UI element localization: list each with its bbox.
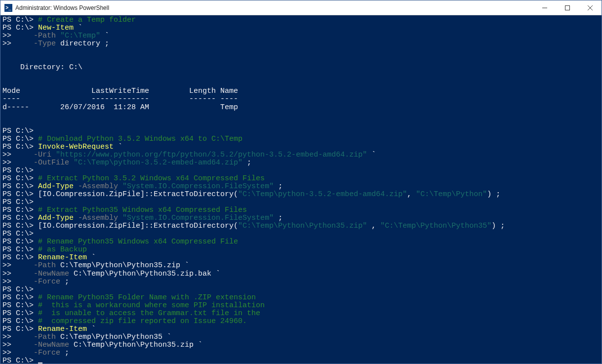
terminal-token — [118, 182, 122, 191]
terminal-token: ` — [74, 24, 82, 32]
titlebar[interactable]: >_ Administrator: Windows PowerShell — [0, 0, 602, 15]
terminal-line: PS C:\> # Download Python 3.5.2 Windows … — [2, 135, 600, 143]
terminal-token: PS C:\> — [2, 198, 34, 206]
terminal-token: PS C:\> — [2, 309, 38, 318]
terminal-token: # this is a workaround where some PIP in… — [38, 301, 265, 310]
terminal-line — [2, 112, 600, 120]
terminal-token: ; — [60, 349, 69, 357]
terminal-line: PS C:\> New-Item ` — [2, 24, 600, 32]
terminal-token: -Path — [34, 261, 56, 270]
terminal-line — [2, 48, 600, 56]
terminal-token: , — [407, 190, 416, 199]
maximize-button[interactable] — [556, 0, 579, 15]
terminal-token: PS C:\> — [2, 230, 34, 238]
terminal-token: PS C:\> — [2, 190, 38, 199]
terminal-line: >> -NewName C:\Temp\Python\Python35.zip … — [2, 341, 600, 349]
terminal-line: Directory: C:\ — [2, 64, 600, 72]
terminal-line: PS C:\> — [2, 286, 600, 294]
terminal-token: "System.IO.Compression.FileSystem" — [122, 182, 274, 191]
terminal-token: -OutFile — [34, 159, 69, 167]
terminal-line: PS C:\> — [2, 230, 600, 238]
terminal-token: PS C:\> — [2, 206, 38, 214]
terminal-token: ` — [100, 32, 109, 40]
terminal-token: >> — [2, 270, 34, 278]
terminal-token: Add-Type — [38, 214, 74, 222]
terminal-token — [56, 32, 60, 40]
terminal-line: PS C:\> # Rename Python35 Windows x64 Co… — [2, 238, 600, 246]
terminal-token: PS C:\> — [2, 174, 38, 183]
terminal-token: Add-Type — [38, 182, 74, 191]
terminal-line: PS C:\> [IO.Compression.ZipFile]::Extrac… — [2, 222, 600, 230]
terminal-line: PS C:\> # Extract Python35 Windows x64 C… — [2, 206, 600, 214]
terminal-token: ` — [87, 325, 96, 333]
close-button[interactable] — [579, 0, 602, 15]
terminal-line: >> -NewName C:\Temp\Python\Python35.zip.… — [2, 270, 600, 278]
terminal-token: "C:\Temp\python-3.5.2-embed-amd64.zip" — [238, 190, 407, 199]
terminal-token: "System.IO.Compression.FileSystem" — [122, 214, 274, 222]
terminal-token: ; — [242, 159, 251, 167]
terminal-token: PS C:\> — [2, 293, 38, 302]
terminal-token: PS C:\> — [2, 325, 38, 333]
terminal-token: "C:\Temp\Python\Python35.zip" — [238, 222, 367, 230]
terminal-token: ---- ------------- ------ ---- — [2, 95, 238, 103]
window-title: Administrator: Windows PowerShell — [15, 4, 109, 11]
terminal-token: >> — [2, 333, 34, 341]
terminal-token: C:\Temp\Python\Python35.zip ` — [69, 341, 202, 349]
terminal-token: >> — [2, 32, 34, 40]
terminal-token: >> — [2, 40, 34, 48]
terminal-line: PS C:\> # is unable to access the Gramma… — [2, 310, 600, 318]
terminal-token: PS C:\> — [2, 135, 38, 143]
minimize-icon — [542, 5, 547, 10]
terminal-line: PS C:\> # Create a Temp folder — [2, 16, 600, 24]
terminal-line: PS C:\> # Extract Python 3.5.2 Windows x… — [2, 175, 600, 183]
close-icon — [588, 5, 593, 10]
terminal-token: PS C:\> — [2, 24, 38, 32]
terminal-line: PS C:\> [IO.Compression.ZipFile]::Extrac… — [2, 191, 600, 199]
powershell-icon: >_ — [4, 4, 12, 12]
terminal-area[interactable]: PS C:\> # Create a Temp folderPS C:\> Ne… — [0, 15, 602, 364]
terminal-token — [74, 214, 78, 222]
minimize-button[interactable] — [533, 0, 556, 15]
terminal-line: >> -Path C:\Temp\Python\Python35 ` — [2, 333, 600, 341]
terminal-token: directory ; — [56, 40, 109, 48]
terminal-line — [2, 80, 600, 87]
terminal-token: Rename-Item — [38, 253, 87, 262]
terminal-line: PS C:\> — [2, 167, 600, 175]
terminal-line: PS C:\> — [2, 357, 600, 364]
terminal-token: PS C:\> — [2, 222, 38, 230]
terminal-line: PS C:\> — [2, 199, 600, 206]
terminal-token: "C:\Temp" — [60, 32, 100, 40]
terminal-token: [IO.Compression.ZipFile]::ExtractToDirec… — [38, 222, 238, 230]
terminal-token: >> — [2, 349, 34, 357]
terminal-token: C:\Temp\Python\Python35.zip ` — [56, 261, 189, 270]
terminal-token: PS C:\> — [2, 301, 38, 310]
terminal-token: -Type — [34, 40, 56, 48]
terminal-line — [2, 120, 600, 127]
terminal-token: # compressed zip file reported on Issue … — [38, 317, 247, 325]
terminal-token: "https://www.python.org/ftp/python/3.5.2… — [56, 151, 367, 159]
terminal-token: [IO.Compression.ZipFile]::ExtractToDirec… — [38, 190, 238, 199]
terminal-token: ` — [114, 143, 122, 151]
terminal-token: New-Item — [38, 24, 74, 32]
terminal-token: PS C:\> — [2, 214, 38, 222]
terminal-line: >> -Force ; — [2, 278, 600, 286]
terminal-token: # Extract Python35 Windows x64 Compresse… — [38, 206, 247, 214]
powershell-window: >_ Administrator: Windows PowerShell PS … — [0, 0, 602, 364]
terminal-line: >> -Path "C:\Temp" ` — [2, 32, 600, 40]
terminal-line: PS C:\> # as Backup — [2, 246, 600, 254]
terminal-line: >> -Force ; — [2, 349, 600, 357]
terminal-token: "C:\Temp\Python\Python35" — [380, 222, 491, 230]
terminal-line: >> -OutFile "C:\Temp\python-3.5.2-embed-… — [2, 159, 600, 167]
terminal-token: ` — [87, 253, 96, 262]
terminal-token: # Rename Python35 Windows x64 Compressed… — [38, 238, 238, 246]
terminal-token: -Force — [34, 349, 60, 357]
terminal-token: >> — [2, 341, 34, 349]
terminal-token: PS C:\> — [2, 253, 38, 262]
terminal-token: Rename-Item — [38, 325, 87, 333]
terminal-token: ` — [367, 151, 376, 159]
terminal-token: -Path — [34, 32, 56, 40]
terminal-token: ) ; — [491, 222, 505, 230]
terminal-line: PS C:\> Rename-Item ` — [2, 325, 600, 333]
terminal-line: ---- ------------- ------ ---- — [2, 95, 600, 103]
terminal-token: -NewName — [34, 341, 69, 349]
